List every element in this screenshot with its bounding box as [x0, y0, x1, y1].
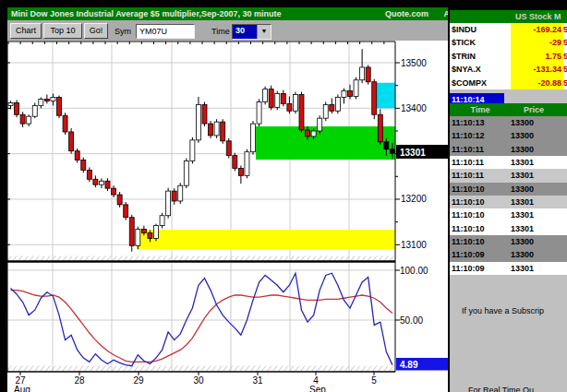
quote-symbol: $INDU — [450, 23, 511, 36]
tape-header: Time Price — [450, 103, 567, 116]
quote-row[interactable]: $TRIN1.755 — [450, 50, 567, 63]
quote-change: 1.75 — [511, 50, 563, 63]
last-price-label: 13301 — [400, 148, 426, 158]
quote-symbol: $COMPX — [450, 77, 511, 89]
subscription-notice: If you have a Subscrip — [462, 306, 544, 315]
tape-row: 11:10:0913300 — [450, 248, 567, 261]
tape-price: 13300 — [507, 129, 562, 142]
day-label: 29 — [133, 375, 144, 386]
tape-time: 11:10:09 — [450, 262, 507, 275]
tape-price: 13301 — [507, 196, 562, 208]
livecharts-screen: { "window": { "title": "Mini Dow Jones I… — [0, 0, 567, 392]
tape-row: 11:10:1113300 — [450, 143, 567, 156]
tape-time: 11:10:10 — [450, 196, 507, 208]
tape-time: 11:10:11 — [450, 143, 507, 156]
osc-value-label: 4.89 — [400, 360, 418, 370]
go-button[interactable]: Go! — [84, 23, 108, 39]
tape-price: 13300 — [507, 235, 562, 248]
quote-row[interactable]: $TICK-295 — [450, 36, 567, 49]
month-label: Aug — [14, 385, 30, 392]
brand-label: Quote.com — [385, 7, 428, 20]
price-tick-label: 13100 — [401, 240, 427, 250]
tape-time: 11:10:13 — [450, 116, 507, 129]
chevron-down-icon[interactable]: ▼ — [257, 25, 271, 39]
panel-top-strip — [450, 0, 567, 10]
tape-price: 13300 — [507, 143, 562, 156]
timestamp-row: 11:10:14 — [450, 89, 567, 102]
quote-row[interactable]: $COMPX-20.885 — [450, 77, 567, 89]
tape-row: 11:10:1113301 — [450, 169, 567, 182]
tape-row: 11:10:1013301 — [450, 196, 567, 208]
quote-row[interactable]: $INDU-169.245 — [450, 23, 567, 36]
tape-price: 13300 — [507, 248, 562, 261]
tape-price: 13300 — [507, 116, 562, 129]
window-frame — [2, 7, 6, 392]
tape-time: 11:10:10 — [450, 235, 507, 248]
tape-price: 13301 — [507, 156, 562, 169]
tape-col-price: Price — [511, 103, 557, 116]
quote-clipped-cell: 5 — [563, 63, 567, 76]
quote-symbol: $TICK — [450, 36, 511, 49]
time-and-sales-tape: 11:10:131330011:10:121330011:10:11133001… — [450, 116, 567, 275]
quote-panel-header-label: US Stock M — [515, 12, 561, 21]
quote-clipped-cell: 5 — [563, 36, 567, 49]
tape-row: 11:10:1213300 — [450, 129, 567, 142]
toolbar: Chart Top 10 Go! Sym Time 30 ▼ — [7, 20, 448, 41]
tape-row: 11:10:1013300 — [450, 235, 567, 248]
quote-row[interactable]: $NYA.X-131.345 — [450, 63, 567, 76]
price-tick-label: 13400 — [401, 103, 427, 113]
price-tick-label: 13500 — [401, 58, 427, 68]
tape-price: 13301 — [507, 169, 562, 182]
osc-tick-label: 50.00 — [400, 315, 423, 326]
tape-time: 11:10:09 — [450, 248, 507, 261]
tape-price: 13301 — [507, 262, 562, 275]
sym-label: Sym — [115, 27, 131, 36]
chart-button[interactable]: Chart — [10, 23, 42, 39]
month-label: Sep — [309, 385, 326, 392]
tape-row: 11:10:1313300 — [450, 116, 567, 129]
support-band-green — [256, 126, 395, 160]
day-label: 31 — [252, 375, 263, 386]
day-label: 30 — [193, 375, 204, 386]
price-tick-label: 13200 — [401, 194, 427, 204]
tape-time: 11:10:10 — [450, 222, 507, 235]
quote-list: $INDU-169.245$TICK-295$TRIN1.755$NYA.X-1… — [450, 23, 567, 89]
quote-change: -29 — [511, 36, 563, 49]
tape-time: 11:10:10 — [450, 183, 507, 196]
tape-time: 11:10:10 — [450, 208, 507, 221]
tape-row: 11:10:1013301 — [450, 222, 567, 235]
tape-col-time: Time — [450, 103, 511, 116]
tape-row: 11:10:0913301 — [450, 262, 567, 275]
quote-symbol: $NYA.X — [450, 63, 511, 76]
tape-price: 13300 — [507, 183, 562, 196]
quote-change: -169.24 — [511, 23, 563, 36]
window-titlebar: Mini Dow Jones Industrial Average $5 mul… — [7, 7, 452, 20]
timeframe-dropdown[interactable]: 30 ▼ — [232, 24, 271, 40]
support-band-yellow — [137, 230, 395, 249]
symbol-input[interactable] — [136, 24, 195, 39]
quote-symbol: $TRIN — [450, 50, 511, 63]
quote-panel: US Stock M $INDU-169.245$TICK-295$TRIN1.… — [450, 0, 567, 392]
top10-button[interactable]: Top 10 — [43, 23, 82, 39]
price-chart-svg[interactable]: 13500134001320013100100.0050.00272829303… — [0, 0, 448, 392]
window-title: Mini Dow Jones Industrial Average $5 mul… — [11, 7, 281, 20]
day-label: 5 — [371, 375, 377, 386]
tape-time: 11:10:11 — [450, 156, 507, 169]
tape-row: 11:10:1013301 — [450, 208, 567, 221]
tape-time: 11:10:11 — [450, 169, 507, 182]
quote-clipped-cell: 5 — [563, 50, 567, 63]
day-label: 28 — [74, 375, 85, 386]
realtime-notice-clipped: For Real Time Qu — [468, 386, 534, 392]
quote-clipped-cell: 5 — [563, 23, 567, 36]
time-label: Time — [211, 27, 230, 36]
tape-price: 13301 — [507, 208, 562, 221]
quote-panel-header: US Stock M — [450, 10, 567, 23]
tape-row: 11:10:1113301 — [450, 156, 567, 169]
quote-change: -20.88 — [511, 77, 563, 89]
tape-time: 11:10:12 — [450, 129, 507, 142]
tape-row: 11:10:1013300 — [450, 183, 567, 196]
timeframe-selected-value[interactable]: 30 — [233, 25, 257, 39]
osc-tick-label: 100.00 — [400, 266, 428, 276]
quote-clipped-cell: 5 — [563, 77, 567, 89]
tape-price: 13301 — [507, 222, 562, 235]
